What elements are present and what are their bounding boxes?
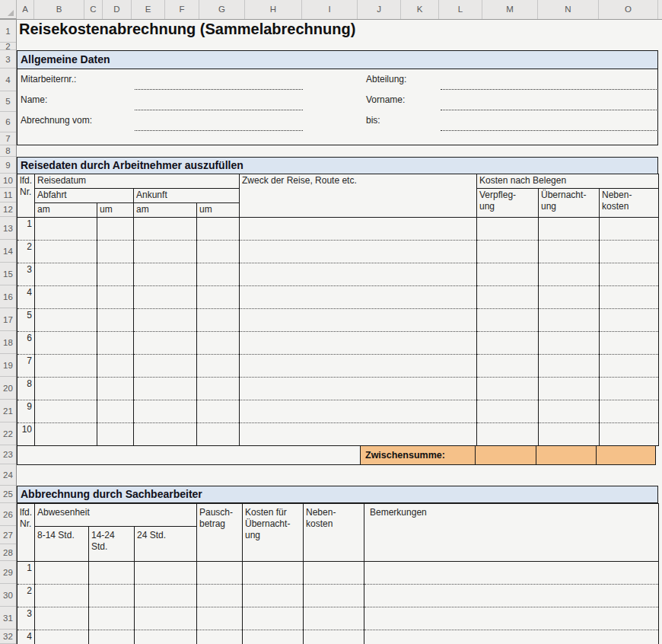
input-vorname[interactable] [441,110,658,110]
cell[interactable] [135,630,197,644]
row-header-2[interactable]: 2 [0,43,16,50]
cell[interactable] [600,400,659,423]
cell[interactable] [539,218,600,241]
input-mitarbeiternr[interactable] [135,89,303,90]
cell[interactable] [240,378,477,400]
cell[interactable] [477,241,539,263]
cell[interactable] [243,585,304,607]
cell[interactable] [600,309,659,332]
cell[interactable] [134,263,197,286]
cell[interactable] [539,400,600,423]
col-header-O[interactable]: O [599,0,658,19]
cell[interactable] [539,378,600,400]
cell[interactable] [600,378,659,400]
col-header-C[interactable]: C [84,0,103,19]
col-header-D[interactable]: D [103,0,132,19]
row-header-13[interactable]: 13 [0,217,16,240]
travel-row-number[interactable]: 4 [18,286,35,309]
cell[interactable] [364,562,659,585]
row-header-18[interactable]: 18 [0,331,16,354]
col-header-M[interactable]: M [482,0,538,19]
cell[interactable] [134,423,197,446]
travel-row-number[interactable]: 9 [18,400,35,423]
cell[interactable] [539,423,600,446]
cell[interactable] [197,241,240,263]
cell[interactable] [240,218,477,241]
row-header-6[interactable]: 6 [0,112,16,132]
cell[interactable] [35,562,89,585]
cell[interactable] [197,607,243,630]
cell[interactable] [97,378,134,400]
travel-row-number[interactable]: 6 [18,332,35,355]
travel-row-number[interactable]: 10 [18,423,35,446]
cell[interactable] [134,286,197,309]
cell[interactable] [539,355,600,378]
cell[interactable] [134,400,197,423]
cell[interactable] [240,241,477,263]
cell[interactable] [89,585,135,607]
row-header-23[interactable]: 23 [0,445,16,464]
cell[interactable] [240,263,477,286]
cell[interactable] [97,400,134,423]
row-header-8[interactable]: 8 [0,145,16,157]
col-header-H[interactable]: H [245,0,302,19]
row-header-32[interactable]: 32 [0,630,16,644]
cell[interactable] [197,355,240,378]
cell[interactable] [35,263,97,286]
cell[interactable] [197,332,240,355]
cell[interactable] [197,585,243,607]
cell[interactable] [135,607,197,630]
cell[interactable] [600,355,659,378]
clerk-row-number[interactable]: 1 [18,562,35,585]
cell[interactable] [243,630,304,644]
cell[interactable] [364,585,659,607]
row-header-11[interactable]: 11 [0,188,16,202]
row-header-9[interactable]: 9 [0,157,16,174]
select-all-corner[interactable] [0,0,17,19]
cell[interactable] [477,286,539,309]
cell[interactable] [134,241,197,263]
travel-row-number[interactable]: 2 [18,241,35,263]
cell[interactable] [304,630,364,644]
cell[interactable] [97,218,134,241]
cell[interactable] [197,630,243,644]
cell[interactable] [35,423,97,446]
col-header-A[interactable]: A [17,0,34,19]
cell[interactable] [477,378,539,400]
input-bis[interactable] [441,130,658,131]
cell[interactable] [240,332,477,355]
cell[interactable] [477,400,539,423]
cell[interactable] [97,241,134,263]
cell[interactable] [35,400,97,423]
cell[interactable] [539,332,600,355]
cell[interactable] [477,355,539,378]
cell[interactable] [477,332,539,355]
row-header-31[interactable]: 31 [0,607,16,630]
cell[interactable] [97,263,134,286]
cell[interactable] [35,241,97,263]
cell[interactable] [477,218,539,241]
cell[interactable] [97,332,134,355]
row-header-4[interactable]: 4 [0,69,16,91]
cell[interactable] [134,378,197,400]
row-header-22[interactable]: 22 [0,422,16,445]
travel-row-number[interactable]: 7 [18,355,35,378]
row-header-24[interactable]: 24 [0,464,16,486]
input-abteilung[interactable] [441,89,658,90]
cell[interactable] [539,241,600,263]
cell[interactable] [134,355,197,378]
cell[interactable] [539,309,600,332]
cell[interactable] [240,355,477,378]
col-header-N[interactable]: N [538,0,599,19]
cell[interactable] [197,400,240,423]
cell[interactable] [364,630,659,644]
cell[interactable] [134,218,197,241]
cell[interactable] [97,309,134,332]
cell[interactable] [304,562,364,585]
cell[interactable] [197,263,240,286]
cell[interactable] [89,562,135,585]
cell[interactable] [304,585,364,607]
col-header-I[interactable]: I [302,0,358,19]
cell[interactable] [240,286,477,309]
row-header-19[interactable]: 19 [0,354,16,377]
